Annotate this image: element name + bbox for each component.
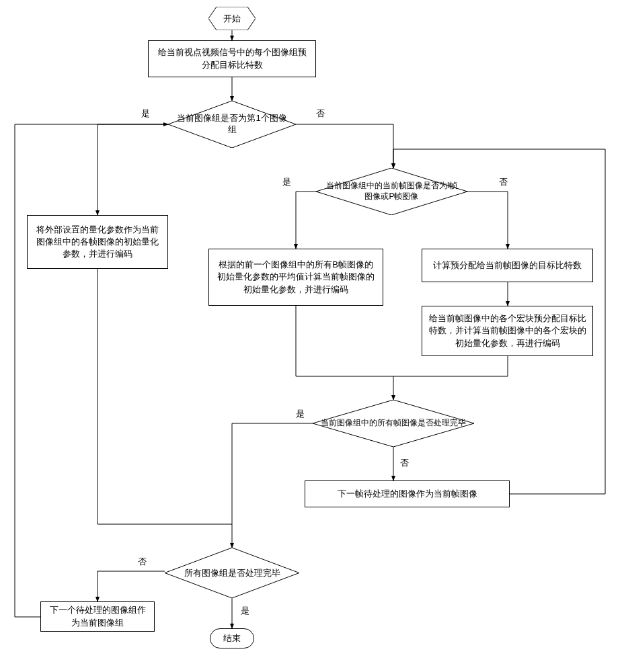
process-text: 计算预分配给当前帧图像的目标比特数 bbox=[433, 259, 582, 271]
label-no: 否 bbox=[499, 176, 508, 188]
label-yes: 是 bbox=[296, 408, 305, 420]
label-yes: 是 bbox=[141, 108, 150, 120]
process-text: 下一帧待处理的图像作为当前帧图像 bbox=[338, 488, 477, 500]
decision-text: 当前图像组是否为第1个图像组 bbox=[175, 113, 290, 136]
process-text: 给当前视点视频信号中的每个图像组预分配目标比特数 bbox=[154, 46, 310, 71]
decision-frame-type: 当前图像组中的当前帧图像是否为I帧图像或P帧图像 bbox=[316, 168, 467, 215]
process-text: 根据的前一个图像组中的所有B帧图像的初始量化参数的平均值计算当前帧图像的初始量化… bbox=[215, 259, 377, 296]
label-yes: 是 bbox=[241, 605, 249, 617]
process-text: 将外部设置的量化参数作为当前图像组中的各帧图像的初始量化参数，并进行编码 bbox=[33, 224, 162, 261]
label-no: 否 bbox=[316, 108, 325, 120]
decision-text: 当前图像组中的所有帧图像是否处理完毕 bbox=[321, 418, 466, 429]
decision-text: 所有图像组是否处理完毕 bbox=[171, 567, 293, 579]
process-mb-allocation: 给当前帧图像中的各个宏块预分配目标比特数，并计算当前帧图像中的各个宏块的初始量化… bbox=[422, 306, 593, 356]
process-next-group: 下一个待处理的图像组作为当前图像组 bbox=[40, 601, 155, 632]
process-text: 给当前帧图像中的各个宏块预分配目标比特数，并计算当前帧图像中的各个宏块的初始量化… bbox=[428, 312, 587, 349]
decision-all-groups-done: 所有图像组是否处理完毕 bbox=[165, 548, 299, 598]
process-text: 下一个待处理的图像组作为当前图像组 bbox=[46, 604, 149, 628]
process-calc-target-bits: 计算预分配给当前帧图像的目标比特数 bbox=[422, 249, 593, 282]
process-external-qp: 将外部设置的量化参数作为当前图像组中的各帧图像的初始量化参数，并进行编码 bbox=[27, 215, 168, 269]
process-avg-bframe-qp: 根据的前一个图像组中的所有B帧图像的初始量化参数的平均值计算当前帧图像的初始量化… bbox=[208, 249, 383, 306]
decision-text: 当前图像组中的当前帧图像是否为I帧图像或P帧图像 bbox=[323, 181, 460, 202]
start-node: 开始 bbox=[208, 7, 256, 30]
process-allocate-bits: 给当前视点视频信号中的每个图像组预分配目标比特数 bbox=[148, 40, 316, 77]
label-no: 否 bbox=[400, 457, 409, 469]
label-yes: 是 bbox=[282, 176, 291, 188]
decision-all-frames-done: 当前图像组中的所有帧图像是否处理完毕 bbox=[313, 400, 474, 447]
end-label: 结束 bbox=[223, 632, 241, 644]
start-label: 开始 bbox=[223, 13, 241, 25]
process-next-frame: 下一帧待处理的图像作为当前帧图像 bbox=[305, 480, 510, 507]
label-no: 否 bbox=[138, 556, 147, 568]
end-node: 结束 bbox=[210, 628, 254, 648]
flowchart-canvas: 开始 给当前视点视频信号中的每个图像组预分配目标比特数 当前图像组是否为第1个图… bbox=[0, 0, 622, 672]
decision-first-group: 当前图像组是否为第1个图像组 bbox=[168, 101, 296, 148]
